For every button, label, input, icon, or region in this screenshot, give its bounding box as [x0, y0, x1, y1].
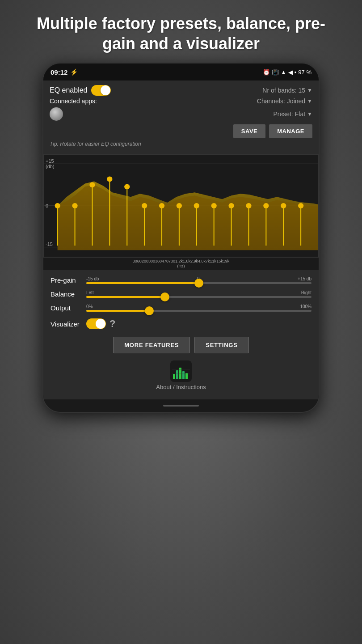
visualizer-help-icon[interactable]: ?: [109, 318, 115, 330]
preset-row: Preset: Flat ▼: [50, 107, 312, 121]
signal-icon: ◀: [288, 69, 293, 76]
phone-bottom-bar: [43, 399, 319, 412]
freq-15k: 15k: [216, 259, 223, 263]
freq-200: 200: [142, 259, 148, 263]
freq-730: 730: [168, 259, 175, 263]
pregain-max-label: +15 db: [298, 276, 311, 281]
eq-freq-labels: 30 60 200 300 360 470 730 1,2k 1,8k 2,9k…: [43, 257, 319, 270]
svg-point-22: [194, 203, 199, 208]
freq-470: 470: [162, 259, 168, 263]
output-max-label: 100%: [300, 304, 311, 309]
app-content: EQ enabled Nr of bands: 15 ▼ Connected a…: [43, 80, 319, 154]
freq-19k: 19k: [223, 259, 230, 263]
about-section[interactable]: About / Instructions: [51, 360, 311, 395]
svg-point-26: [228, 203, 234, 208]
balance-labels: Left Right: [86, 290, 311, 295]
status-time: 09:12 ⚡: [51, 68, 78, 76]
balance-label: Balance: [51, 290, 86, 298]
svg-point-32: [281, 203, 286, 208]
eq-chart-svg: [44, 155, 318, 257]
status-icons: ⏰ 📳 ▲ ◀ ▪ 97 %: [263, 69, 311, 76]
freq-label-group: 30 60 200 300 360 470 730 1,2k 1,8k 2,9k…: [133, 259, 229, 268]
svg-point-24: [211, 203, 217, 208]
svg-point-18: [159, 203, 164, 208]
freq-2900: 2,9k: [190, 259, 198, 263]
eq-enabled-toggle[interactable]: [91, 85, 111, 96]
eq-y-bottom-label: -15: [46, 242, 53, 247]
about-icon-svg: [170, 360, 192, 382]
freq-360: 360: [155, 259, 162, 263]
eq-y-top-label: +15(db): [46, 158, 55, 169]
freq-1200: 1,2k: [175, 259, 183, 263]
save-manage-row: SAVE MANAGE: [50, 124, 312, 138]
freq-11k: 11k: [210, 259, 217, 263]
connected-apps-row: Connected apps: Channels: Joined ▼: [50, 97, 312, 105]
svg-point-6: [55, 203, 60, 208]
connected-app-icon: [50, 107, 63, 121]
output-track[interactable]: [86, 310, 311, 312]
eq-chart[interactable]: +15(db) 0 -15: [43, 154, 319, 257]
svg-point-8: [72, 203, 77, 208]
eq-enabled-label: EQ enabled: [50, 86, 88, 94]
output-min-label: 0%: [86, 304, 93, 309]
status-bar: 09:12 ⚡ ⏰ 📳 ▲ ◀ ▪ 97 %: [43, 64, 319, 80]
tip-text: Tip: Rotate for easier EQ configuration: [50, 141, 312, 147]
settings-button[interactable]: SETTINGS: [194, 337, 248, 353]
preset-right: Preset: Flat ▼: [273, 110, 312, 118]
vibrate-icon: 📳: [272, 69, 279, 76]
freq-4800: 4,8k: [198, 259, 206, 263]
connected-apps-label: Connected apps:: [50, 97, 97, 105]
pregain-slider-container: -15 db 0 +15 db: [86, 276, 311, 284]
pregain-knob[interactable]: [194, 279, 203, 288]
more-features-button[interactable]: MORE FEATURES: [113, 337, 190, 353]
action-buttons-row: MORE FEATURES SETTINGS: [51, 337, 311, 353]
channels-label: Channels:: [257, 97, 285, 105]
save-button[interactable]: SAVE: [233, 124, 265, 138]
output-labels: 0% 100%: [86, 304, 311, 309]
preset-dropdown-icon[interactable]: ▼: [307, 111, 312, 117]
output-fill: [86, 310, 149, 312]
battery-icon: ▪: [295, 69, 297, 76]
preset-value: Flat: [295, 110, 305, 118]
channels-value: Joined: [287, 97, 305, 105]
balance-right-label: Right: [301, 290, 311, 295]
preset-label: Preset:: [273, 110, 293, 118]
svg-rect-36: [173, 374, 175, 379]
balance-knob[interactable]: [160, 292, 169, 301]
eq-enabled-row: EQ enabled: [50, 85, 111, 96]
controls-panel: Pre-gain -15 db 0 +15 db Balance Left Ri: [43, 270, 319, 399]
pregain-row: Pre-gain -15 db 0 +15 db: [51, 276, 311, 284]
balance-track[interactable]: [86, 296, 311, 298]
about-label: About / Instructions: [156, 384, 206, 390]
freq-1800: 1,8k: [183, 259, 190, 263]
time-display: 09:12: [51, 68, 67, 76]
manage-button[interactable]: MANAGE: [269, 124, 312, 138]
output-row: Output 0% 100%: [51, 304, 311, 312]
home-indicator: [163, 405, 199, 407]
eq-header-row: EQ enabled Nr of bands: 15 ▼: [50, 85, 312, 96]
channels-dropdown-icon[interactable]: ▼: [307, 98, 312, 104]
header-title: Multiple factory presets, balance, pre-g…: [0, 0, 362, 63]
balance-row: Balance Left Right: [51, 290, 311, 298]
alarm-icon: ⏰: [263, 69, 270, 76]
channels-row: Channels: Joined ▼: [257, 97, 312, 105]
nr-bands-dropdown-icon[interactable]: ▼: [307, 87, 312, 93]
nr-bands-value: 15: [299, 87, 306, 94]
svg-point-28: [246, 203, 251, 208]
svg-point-34: [298, 203, 303, 208]
nr-bands-label: Nr of bands:: [262, 87, 296, 94]
visualizer-label: Visualizer: [51, 320, 86, 328]
visualizer-toggle[interactable]: [86, 318, 106, 329]
freq-300: 300: [148, 259, 155, 263]
phone-frame: 09:12 ⚡ ⏰ 📳 ▲ ◀ ▪ 97 % EQ enabled Nr of …: [42, 63, 320, 413]
pregain-track[interactable]: [86, 282, 311, 284]
svg-point-16: [142, 203, 147, 208]
freq-30: 30: [133, 259, 137, 263]
balance-left-label: Left: [86, 290, 94, 295]
output-knob[interactable]: [145, 306, 154, 315]
svg-point-10: [89, 182, 95, 187]
pregain-label: Pre-gain: [51, 276, 86, 284]
svg-point-14: [124, 184, 130, 189]
visualizer-toggle-knob: [96, 319, 105, 329]
toggle-knob: [101, 85, 110, 95]
